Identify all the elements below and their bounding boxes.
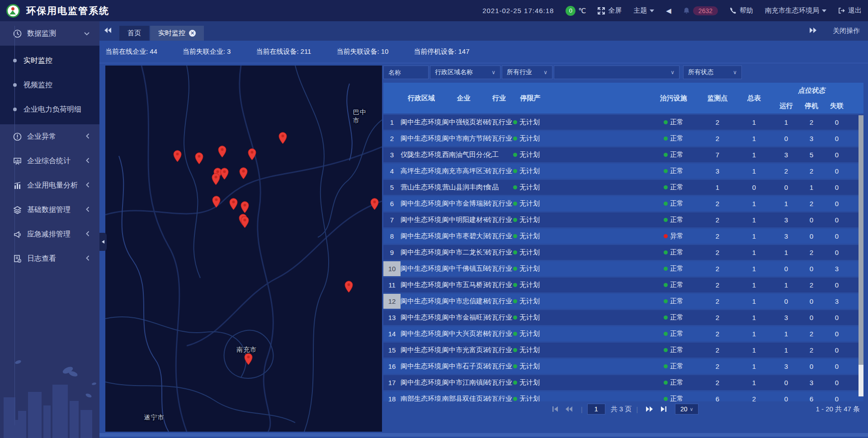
prev-page-icon[interactable] — [565, 406, 573, 412]
cell-facility-status: 正常 — [647, 131, 700, 146]
col-company[interactable]: 企业 — [442, 83, 485, 113]
filter-select-所有行业[interactable]: 所有行业∨ — [502, 66, 552, 79]
map-pin-icon[interactable] — [241, 216, 249, 228]
cell-lost: 0 — [824, 375, 849, 390]
page-number-input[interactable]: 1 — [587, 404, 605, 414]
sidebar-item-实时监控[interactable]: 实时监控 — [0, 48, 99, 73]
name-input-field[interactable] — [388, 69, 424, 76]
cell-total: 1 — [735, 359, 774, 374]
cell-gap — [547, 278, 647, 292]
map-pin-icon[interactable] — [241, 201, 249, 213]
table-row[interactable]: 1阆中生态环境局阆中强锐页岩砖厂砖瓦行业无计划正常21120 — [383, 115, 863, 130]
logout-button[interactable]: 退出 — [838, 6, 862, 15]
stat-value: 10 — [381, 47, 389, 55]
table-row[interactable]: 9阆中生态环境局阆中市二龙长宝页岩砖砖瓦行业无计划正常21120 — [383, 245, 863, 260]
scrollbar-thumb[interactable] — [859, 115, 863, 365]
col-region[interactable]: 行政区域 — [401, 83, 442, 113]
table-scrollbar[interactable] — [859, 115, 863, 396]
table-row[interactable]: 5营山生态环境局营山县润丰肉食品有限食品无计划正常10010 — [383, 180, 863, 195]
cell-industry: 砖瓦行业 — [485, 131, 513, 146]
sidebar-item-基础数据管理[interactable]: 基础数据管理 — [0, 198, 99, 222]
mute-button[interactable]: ◀ — [666, 7, 671, 15]
filter-select-blank[interactable]: ∨ — [554, 66, 679, 79]
sidebar-item-label: 企业综合统计 — [27, 156, 71, 166]
col-total[interactable]: 总表 — [735, 83, 774, 113]
col-produce[interactable]: 停限产 — [513, 83, 547, 113]
table-row[interactable]: 14阆中生态环境局阆中大兴页岩机砖厂砖瓦行业无计划正常21120 — [383, 326, 863, 341]
table-row[interactable]: 7阆中生态环境局阆中明阳建材有限公司砖瓦行业无计划正常21300 — [383, 212, 863, 227]
cell-lost: 0 — [824, 115, 849, 130]
tab-实时监控[interactable]: 实时监控✕ — [150, 26, 204, 41]
sidebar-item-企业综合统计[interactable]: 企业综合统计 — [0, 149, 99, 173]
last-page-icon[interactable] — [660, 406, 667, 412]
map-pin-icon[interactable] — [239, 167, 248, 179]
cell-region: 阆中生态环境局 — [401, 245, 442, 260]
table-row[interactable]: 17阆中生态环境局阆中市江南镇阆南页岩砖瓦行业无计划正常21030 — [383, 375, 863, 390]
cell-run: 0 — [774, 294, 799, 309]
filter-select-所有状态[interactable]: 所有状态∨ — [683, 66, 742, 79]
help-button[interactable]: 帮助 — [730, 6, 753, 15]
map-collapse-handle[interactable] — [99, 233, 107, 251]
table-row[interactable]: 2阆中生态环境局阆中市南方节能建材有砖瓦行业无计划正常21030 — [383, 131, 863, 146]
page-size-select[interactable]: 20∨ — [675, 404, 698, 414]
map-pin-icon[interactable] — [244, 353, 253, 365]
cell-gap — [547, 115, 647, 130]
col-stop[interactable]: 停机 — [799, 98, 824, 113]
map-pin-icon[interactable] — [212, 196, 221, 208]
table-row[interactable]: 18南部生态环境局南部县双佳页岩有限公砖瓦行业无计划正常62060 — [383, 391, 863, 401]
col-facility[interactable]: 治污设施 — [647, 83, 700, 113]
table-row[interactable]: 16阆中生态环境局阆中市石子页岩机砖厂砖瓦行业无计划正常21300 — [383, 359, 863, 374]
first-page-icon[interactable] — [552, 406, 559, 412]
org-dropdown[interactable]: 南充市生态环境局 — [765, 6, 826, 15]
map-pin-icon[interactable] — [173, 150, 182, 162]
tab-close-icon[interactable]: ✕ — [189, 30, 196, 37]
table-row[interactable]: 10阆中生态环境局阆中千佛镇五郎垭页岩砖瓦行业无计划正常21003 — [383, 261, 863, 276]
fullscreen-button[interactable]: 全屏 — [598, 6, 622, 15]
sidebar-item-企业用电量分析[interactable]: 企业用电量分析 — [0, 173, 99, 198]
sidebar-item-应急减排管理[interactable]: 应急减排管理 — [0, 222, 99, 246]
table-row[interactable]: 3仪陇生态环境局西南油气田分公司川中化工无计划正常71350 — [383, 147, 863, 162]
col-lost[interactable]: 失联 — [824, 98, 849, 113]
sidebar-item-企业电力负荷明细[interactable]: 企业电力负荷明细 — [0, 97, 99, 122]
tabs-scroll-right-icon[interactable] — [809, 27, 817, 35]
status-dot-green-icon — [513, 348, 517, 352]
layers-icon — [13, 206, 22, 214]
map-pin-icon[interactable] — [218, 146, 226, 158]
notifications[interactable]: 2632 — [683, 6, 718, 15]
map-pin-icon[interactable] — [278, 132, 287, 144]
tab-首页[interactable]: 首页 — [119, 26, 149, 41]
table-row[interactable]: 4高坪生态环境局南充市高坪区王家店建砖瓦行业无计划正常31220 — [383, 164, 863, 179]
map-pin-icon[interactable] — [195, 152, 203, 165]
table-row[interactable]: 15阆中生态环境局阆中市光富页岩机砖厂砖瓦行业无计划正常21120 — [383, 343, 863, 358]
cell-facility-status: 正常 — [647, 278, 700, 292]
cell-facility-status: 正常 — [647, 375, 700, 390]
sidebar-item-企业异常[interactable]: 企业异常 — [0, 124, 99, 149]
map-pin-icon[interactable] — [248, 148, 256, 160]
status-dot-green-icon — [513, 316, 517, 320]
map-pin-icon[interactable] — [220, 168, 229, 180]
map-pin-icon[interactable] — [370, 198, 379, 210]
cell-region: 仪陇生态环境局 — [401, 147, 442, 162]
gis-map[interactable]: 巴中市南充市遂宁市 — [105, 66, 382, 432]
table-row[interactable]: 8阆中生态环境局阆中市枣碧大梁山页岩砖瓦行业无计划异常21300 — [383, 229, 863, 244]
map-pin-icon[interactable] — [212, 173, 220, 185]
table-row[interactable]: 11阆中生态环境局阆中市五马桥页岩机砖砖瓦行业无计划正常21120 — [383, 278, 863, 292]
sidebar-item-日志查看[interactable]: 日志查看 — [0, 246, 99, 271]
close-operations-button[interactable]: 关闭操作 — [833, 27, 860, 35]
filter-select-行政区域名称[interactable]: 行政区域名称∨ — [430, 66, 500, 79]
theme-dropdown[interactable]: 主题 — [633, 6, 654, 15]
tabs-scroll-left-icon[interactable] — [104, 27, 112, 35]
name-filter-input[interactable] — [383, 66, 429, 79]
table-row[interactable]: 6阆中生态环境局阆中市金博瑞新型墙材砖瓦行业无计划正常21120 — [383, 196, 863, 211]
table-row[interactable]: 12阆中生态环境局阆中市忠信建材有限公砖瓦行业无计划正常21003 — [383, 294, 863, 309]
map-pin-icon[interactable] — [344, 281, 353, 293]
next-page-icon[interactable] — [646, 406, 654, 412]
col-monitor[interactable]: 监测点 — [700, 83, 735, 113]
cell-region: 阆中生态环境局 — [401, 261, 442, 276]
col-run[interactable]: 运行 — [774, 98, 799, 113]
table-row[interactable]: 13阆中生态环境局阆中市金福旺页岩机砖砖瓦行业无计划正常21300 — [383, 310, 863, 325]
sidebar-item-视频监控[interactable]: 视频监控 — [0, 73, 99, 97]
sidebar-item-数据监测[interactable]: 数据监测 — [0, 21, 99, 46]
col-industry[interactable]: 行业 — [485, 83, 513, 113]
map-pin-icon[interactable] — [229, 198, 238, 210]
